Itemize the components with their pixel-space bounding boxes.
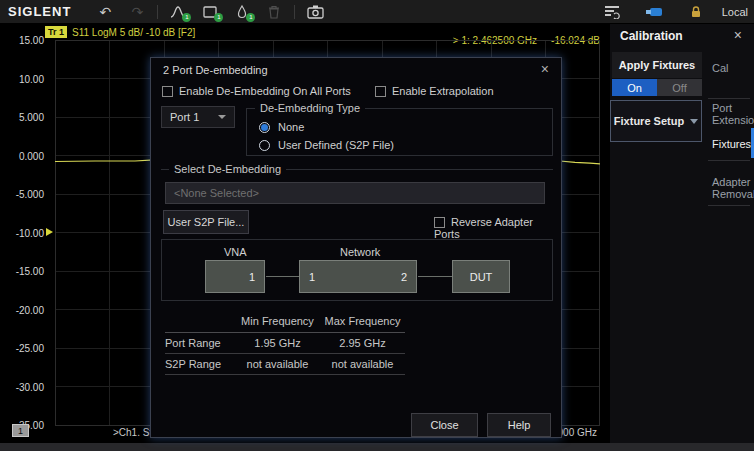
wire bbox=[266, 276, 299, 277]
help-button[interactable]: Help bbox=[487, 413, 551, 437]
reference-level-marker-icon[interactable] bbox=[46, 228, 53, 236]
y-axis-label: 15.00 bbox=[2, 35, 44, 46]
checkbox-icon bbox=[162, 86, 173, 97]
toggle-on-button[interactable]: On bbox=[612, 79, 657, 96]
row-label: S2P Range bbox=[165, 353, 235, 374]
dialog-close-icon[interactable]: × bbox=[541, 61, 549, 77]
selected-file-field[interactable]: <None Selected> bbox=[165, 182, 545, 204]
network-label: Network bbox=[340, 246, 380, 258]
network-box: 1 2 bbox=[299, 260, 417, 293]
trace-1-settings[interactable]: S11 LogM 5 dB/ -10 dB [F2] bbox=[72, 27, 195, 38]
window-icon[interactable]: 1 bbox=[197, 2, 223, 22]
tab-adapter-removal[interactable]: Adapter Removal bbox=[704, 176, 754, 200]
display-layout-icon[interactable] bbox=[599, 2, 625, 22]
table-row: Port Range 1.95 GHz 2.95 GHz bbox=[165, 332, 405, 353]
tab-fixtures[interactable]: Fixtures bbox=[704, 138, 754, 150]
radio-user-defined[interactable]: User Defined (S2P File) bbox=[259, 139, 394, 151]
s2p-range-max: not available bbox=[320, 353, 405, 374]
y-axis-label: -20.00 bbox=[2, 305, 44, 316]
port-select-dropdown[interactable]: Port 1 bbox=[161, 106, 235, 128]
calibration-panel: Calibration × Apply Fixtures On Off Fixt… bbox=[610, 24, 754, 443]
usb-icon[interactable] bbox=[641, 2, 667, 22]
y-axis-label: 0.000 bbox=[2, 151, 44, 162]
col-max-frequency: Max Frequency bbox=[320, 311, 405, 332]
app-screen: SIGLENT ↶ ↷ 1 1 1 bbox=[0, 0, 754, 451]
y-axis-label: -15.00 bbox=[2, 266, 44, 277]
tab-port-extension[interactable]: Port Extension bbox=[704, 102, 754, 126]
redo-icon[interactable]: ↷ bbox=[124, 2, 150, 22]
radio-unselected-icon bbox=[259, 140, 270, 151]
trace-count-badge: 1 bbox=[182, 13, 191, 22]
user-s2p-file-button[interactable]: User S2P File... bbox=[163, 210, 249, 234]
bottom-bar bbox=[0, 443, 754, 451]
chevron-down-icon bbox=[218, 115, 226, 119]
checkbox-icon bbox=[434, 217, 445, 228]
de-embedding-diagram: VNA Network 1 1 2 DUT bbox=[161, 239, 553, 301]
port-range-max: 2.95 GHz bbox=[320, 332, 405, 353]
y-axis-label: -30.00 bbox=[2, 382, 44, 393]
toolbar-separator bbox=[157, 5, 158, 19]
de-embedding-type-group: De-Embedding Type None User Defined (S2P… bbox=[246, 108, 553, 156]
frequency-range-table: Min Frequency Max Frequency Port Range 1… bbox=[165, 311, 405, 375]
tab-cal[interactable]: Cal bbox=[704, 62, 754, 74]
tab-separator bbox=[708, 160, 750, 161]
table-row: S2P Range not available not available bbox=[165, 353, 405, 374]
apply-fixtures-toggle: On Off bbox=[612, 79, 702, 96]
trace-function-icon[interactable]: 1 bbox=[165, 2, 191, 22]
close-button[interactable]: Close bbox=[411, 413, 478, 437]
lock-icon[interactable] bbox=[683, 2, 709, 22]
checkbox-enable-all-ports[interactable]: Enable De-Embedding On All Ports bbox=[162, 85, 351, 97]
top-toolbar: SIGLENT ↶ ↷ 1 1 1 bbox=[0, 0, 754, 24]
panel-close-icon[interactable]: × bbox=[734, 27, 742, 43]
panel-title: Calibration bbox=[620, 29, 683, 43]
toggle-off-button[interactable]: Off bbox=[657, 79, 702, 96]
local-mode-label[interactable]: Local bbox=[722, 6, 748, 18]
y-axis-label: -10.00 bbox=[2, 228, 44, 239]
vna-label: VNA bbox=[224, 246, 247, 258]
checkbox-icon bbox=[375, 86, 386, 97]
screenshot-camera-icon[interactable] bbox=[302, 2, 328, 22]
channel-1-badge[interactable]: 1 bbox=[12, 424, 29, 437]
select-de-embedding-group: Select De-Embedding bbox=[161, 169, 553, 170]
port-range-min: 1.95 GHz bbox=[235, 332, 320, 353]
toolbar-separator bbox=[294, 5, 295, 19]
group-label: Select De-Embedding bbox=[169, 163, 286, 175]
toolbar-right-group: Local bbox=[596, 0, 748, 24]
siglent-logo: SIGLENT bbox=[8, 4, 71, 19]
marker-count-badge: 1 bbox=[246, 13, 255, 22]
tab-separator bbox=[708, 205, 750, 206]
checkbox-reverse-adapter-ports[interactable]: Reverse Adapter Ports bbox=[434, 216, 561, 240]
tab-separator bbox=[708, 98, 750, 99]
trace-1-badge[interactable]: Tr 1 bbox=[45, 26, 67, 38]
calibration-panel-header: Calibration × bbox=[610, 24, 754, 50]
radio-selected-icon bbox=[259, 122, 270, 133]
wire bbox=[418, 276, 452, 277]
window-count-badge: 1 bbox=[214, 13, 223, 22]
row-label: Port Range bbox=[165, 332, 235, 353]
trace-info-line: Tr 1 S11 LogM 5 dB/ -10 dB [F2] bbox=[45, 26, 195, 38]
y-axis-label: -25.00 bbox=[2, 343, 44, 354]
col-min-frequency: Min Frequency bbox=[235, 311, 320, 332]
fixture-setup-dropdown[interactable]: Fixture Setup bbox=[610, 100, 702, 142]
undo-icon[interactable]: ↶ bbox=[92, 2, 118, 22]
de-embedding-dialog: 2 Port De-embedding × Enable De-Embeddin… bbox=[150, 57, 562, 438]
dut-box: DUT bbox=[452, 260, 510, 293]
y-axis-label: -5.000 bbox=[2, 189, 44, 200]
group-label: De-Embedding Type bbox=[255, 102, 365, 114]
calibration-tabs: Cal Port Extension Fixtures Adapter Remo… bbox=[704, 50, 754, 440]
vna-box: 1 bbox=[205, 260, 265, 293]
checkbox-enable-extrapolation[interactable]: Enable Extrapolation bbox=[375, 85, 494, 97]
s2p-range-min: not available bbox=[235, 353, 320, 374]
dialog-title: 2 Port De-embedding bbox=[163, 64, 268, 76]
y-axis-label: 5.000 bbox=[2, 112, 44, 123]
apply-fixtures-header: Apply Fixtures bbox=[612, 52, 702, 78]
marker-icon[interactable]: 1 bbox=[229, 2, 255, 22]
y-axis-label: 10.00 bbox=[2, 74, 44, 85]
table-header-row: Min Frequency Max Frequency bbox=[165, 311, 405, 332]
chevron-down-icon bbox=[690, 119, 698, 124]
trash-icon[interactable] bbox=[261, 2, 287, 22]
radio-none[interactable]: None bbox=[259, 121, 304, 133]
